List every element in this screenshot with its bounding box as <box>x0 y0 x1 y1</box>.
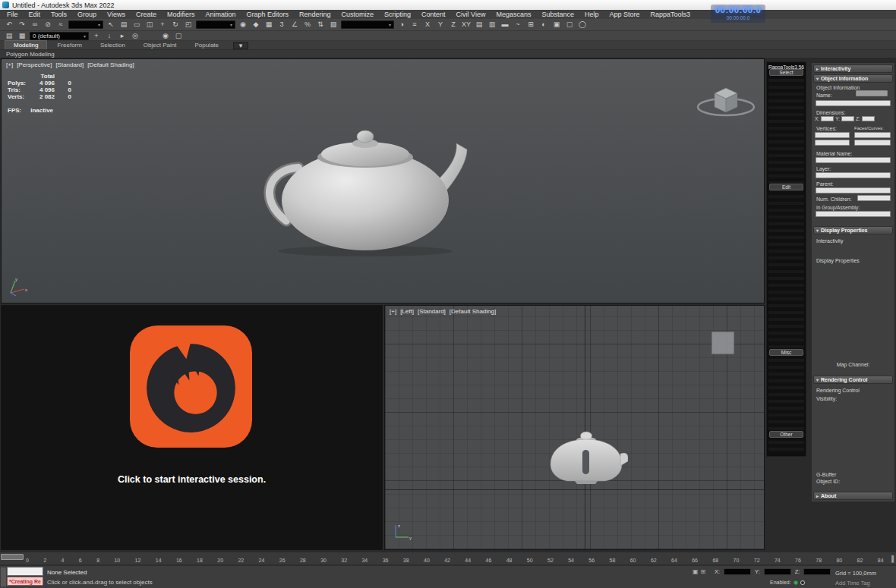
select-manipulate-icon[interactable]: ◆ <box>250 20 262 30</box>
parent-field[interactable] <box>816 187 891 193</box>
viewport-label[interactable]: [Default Shading] <box>87 61 134 68</box>
menu-item[interactable]: Graph Editors <box>241 10 294 19</box>
named-selection-dropdown[interactable] <box>341 20 394 29</box>
timeline-tick[interactable]: 40 <box>424 558 430 563</box>
timeline-tick[interactable]: 16 <box>176 558 182 563</box>
timeline-tick[interactable]: 56 <box>588 558 595 563</box>
rollout-object-information[interactable]: Object Information <box>813 74 893 83</box>
material-name-field[interactable] <box>816 157 891 163</box>
menu-item[interactable]: Civil View <box>451 10 491 19</box>
absolute-mode-icon[interactable]: ⊞ <box>701 568 706 575</box>
select-object-icon[interactable]: ↖ <box>105 20 117 30</box>
rendered-frame-icon[interactable]: ▢ <box>563 20 576 30</box>
viewport-label[interactable]: [Default Shading] <box>450 308 496 315</box>
timeline-tick[interactable]: 10 <box>114 558 120 563</box>
dim-y-field[interactable] <box>841 116 854 121</box>
select-by-name-icon[interactable]: ▤ <box>118 20 130 30</box>
rollout-display-properties[interactable]: Display Properties <box>813 226 893 234</box>
tab-populate[interactable]: Populate <box>186 41 227 49</box>
schematic-view-icon[interactable]: ⊞ <box>525 20 537 30</box>
timeline-tick[interactable]: 32 <box>341 558 347 563</box>
menu-item[interactable]: Content <box>416 10 451 19</box>
timeline-tick[interactable]: 22 <box>238 558 244 563</box>
x-coordinate-field[interactable] <box>724 568 751 575</box>
render-setup-icon[interactable]: ▣ <box>551 20 563 30</box>
timeline-tick[interactable]: 12 <box>135 558 141 563</box>
scene-explorer-toggle-icon[interactable]: ▤ <box>3 31 15 41</box>
scene-explorer-icon[interactable]: ▤ <box>473 20 485 30</box>
teapot-object[interactable] <box>544 429 628 486</box>
timeline-tick[interactable]: 26 <box>279 558 286 563</box>
menu-item[interactable]: Customize <box>336 10 380 19</box>
timeline-tick[interactable]: 46 <box>486 558 492 563</box>
timeline-tick[interactable]: 48 <box>506 558 513 563</box>
num-children-field[interactable] <box>857 195 891 201</box>
reference-coordinate-dropdown[interactable] <box>196 20 235 29</box>
menu-item[interactable]: Animation <box>200 10 241 19</box>
enabled-off-dot[interactable] <box>800 580 805 585</box>
teapot-object[interactable] <box>251 121 479 257</box>
redo-icon[interactable]: ↷ <box>16 20 28 30</box>
timeline-tick[interactable]: 8 <box>96 558 99 563</box>
menu-item[interactable]: File <box>2 10 24 19</box>
vertices-selected-field[interactable] <box>815 140 850 146</box>
timeline-tick[interactable]: 80 <box>836 558 842 563</box>
timeline-tick[interactable]: 66 <box>692 558 698 563</box>
left-viewport[interactable]: [+][Left][Standard][Default Shading] z y <box>384 305 765 550</box>
use-pivot-icon[interactable]: ◉ <box>237 20 249 30</box>
select-link-icon[interactable]: ∞ <box>29 20 41 30</box>
keyboard-override-icon[interactable]: ▦ <box>263 20 275 30</box>
in-group-field[interactable] <box>816 211 891 217</box>
timeline-tick[interactable]: 58 <box>610 558 616 563</box>
rollout-interactivity[interactable]: Interactivity <box>813 64 893 73</box>
timeline-tick[interactable]: 70 <box>734 558 740 563</box>
tab-selection[interactable]: Selection <box>92 41 134 49</box>
spinner-snap-icon[interactable]: ⇅ <box>314 20 327 30</box>
viewport-label[interactable]: [Left] <box>400 308 414 315</box>
menu-item[interactable]: Modifiers <box>162 10 200 19</box>
align-icon[interactable]: ≡ <box>409 20 421 30</box>
render-production-icon[interactable]: ◯ <box>576 20 588 30</box>
viewport-label[interactable]: [+] <box>390 308 396 315</box>
timeline-tick[interactable]: 54 <box>568 558 574 563</box>
axis-xy-icon[interactable]: XY <box>460 20 472 30</box>
tab-modeling[interactable]: Modeling <box>5 40 47 49</box>
timeline-tick[interactable]: 0 <box>26 558 29 563</box>
menu-item[interactable]: Group <box>72 10 102 19</box>
viewcube[interactable] <box>692 81 760 127</box>
menu-item[interactable]: Scripting <box>379 10 416 19</box>
undo-icon[interactable]: ↶ <box>3 20 15 30</box>
name-field[interactable] <box>816 100 891 106</box>
menu-item[interactable]: Tools <box>46 10 72 19</box>
tab-freeform[interactable]: Freeform <box>49 41 90 49</box>
time-slider-handle[interactable] <box>1 554 24 560</box>
material-editor-icon[interactable]: ◐ <box>538 20 550 30</box>
mirror-icon[interactable]: ◑ <box>396 20 408 30</box>
faces-selected-field[interactable] <box>854 140 891 146</box>
rappatools-other-button[interactable]: Other <box>769 431 803 438</box>
timeline[interactable]: 0246810121416182022242628303234363840424… <box>0 552 896 564</box>
viewport-label[interactable]: [+] <box>6 61 13 68</box>
isolate-selection-icon[interactable]: ◉ <box>159 31 172 41</box>
timeline-tick[interactable]: 4 <box>62 558 65 563</box>
menu-item[interactable]: Help <box>579 10 604 19</box>
timeline-tick[interactable]: 72 <box>754 558 760 563</box>
menu-item[interactable]: RappaTools3 <box>645 10 696 19</box>
faces-field[interactable] <box>854 132 891 138</box>
axis-z-icon[interactable]: Z <box>447 20 459 30</box>
named-selection-edit-icon[interactable]: ▧ <box>327 20 339 30</box>
timeline-tick[interactable]: 18 <box>197 558 203 563</box>
timeline-tick[interactable]: 34 <box>361 558 368 563</box>
maxscript-listener-white[interactable] <box>7 567 43 576</box>
timeline-tick[interactable]: 42 <box>444 558 450 563</box>
menu-item[interactable]: Substance <box>536 10 579 19</box>
enabled-on-dot[interactable] <box>793 580 798 585</box>
name-swatch[interactable] <box>856 90 888 96</box>
create-layer-icon[interactable]: + <box>90 31 103 41</box>
current-layer-icon[interactable]: ◎ <box>129 31 141 41</box>
timeline-tick[interactable]: 82 <box>857 558 863 563</box>
select-in-layer-icon[interactable]: ▸ <box>116 31 128 41</box>
display-floater-icon[interactable]: ▢ <box>172 31 185 41</box>
viewport-label[interactable]: [Standard] <box>55 61 84 68</box>
timeline-tick[interactable]: 2 <box>43 558 46 563</box>
